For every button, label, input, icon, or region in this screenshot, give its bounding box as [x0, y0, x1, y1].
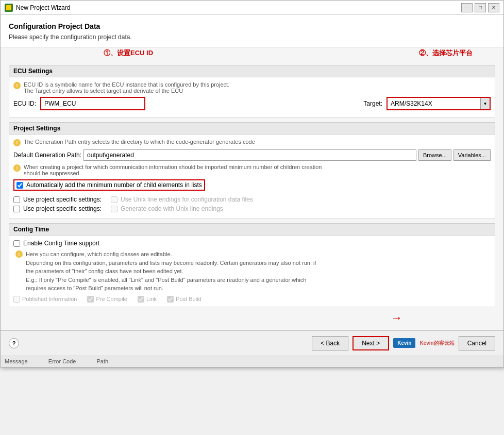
enable-config-checkbox[interactable] — [13, 240, 20, 247]
published-checkbox[interactable] — [13, 296, 20, 303]
use-unix-sub-label-2: Generate code with Unix line endings — [121, 205, 223, 212]
annotation-1: ①、设置ECU ID — [104, 48, 153, 58]
dialog-subheading: Please specify the configuration project… — [9, 34, 495, 41]
use-unix-sub-label-1: Use Unix line endings for configuration … — [121, 196, 253, 203]
project-settings-header: Project Settings — [9, 123, 495, 135]
window-controls: — □ ✕ — [461, 3, 499, 12]
enable-config-label: Enable Config Time support — [23, 240, 99, 247]
gen-path-input[interactable] — [83, 149, 416, 161]
link-checkbox-item: Link — [138, 296, 157, 303]
target-label: Target: — [363, 100, 382, 107]
browse-button[interactable]: Browse... — [418, 149, 451, 161]
auto-add-row: Automatically add the minimum number of … — [13, 179, 491, 193]
dialog-heading: Configuration Project Data — [9, 22, 495, 30]
enable-config-row: Enable Config Time support — [13, 240, 491, 247]
next-arrow-annotation: → — [9, 311, 495, 325]
message-label: Message — [5, 358, 28, 364]
title-bar: New Project Wizard — □ ✕ — [1, 1, 503, 15]
bottom-bar: Message Error Code Path — [1, 356, 503, 367]
use-unix-checkbox-2[interactable] — [13, 206, 20, 212]
config-time-info-icon: ! — [15, 250, 23, 258]
main-window: New Project Wizard — □ ✕ Configuration P… — [0, 0, 504, 367]
children-info-text: When creating a project for which commun… — [24, 164, 322, 176]
ecu-id-label: ECU ID: — [13, 100, 36, 107]
window-title: New Project Wizard — [16, 4, 461, 11]
link-label: Link — [146, 296, 157, 302]
ecu-info-row: ! ECU ID is a symbolic name for the ECU … — [13, 81, 491, 94]
pre-compile-checkbox-item: Pre Compile — [87, 296, 127, 303]
use-unix-checkbox-1[interactable] — [13, 196, 20, 203]
back-button[interactable]: < Back — [312, 336, 348, 350]
ecu-info-text: ECU ID is a symbolic name for the ECU in… — [24, 81, 229, 94]
annotation-2: ②、选择芯片平台 — [419, 48, 473, 58]
ecu-settings-body: ! ECU ID is a symbolic name for the ECU … — [9, 77, 495, 118]
help-button[interactable]: ? — [9, 338, 19, 348]
post-build-checkbox[interactable] — [167, 296, 174, 303]
children-info-row: ! When creating a project for which comm… — [13, 164, 491, 176]
gen-path-icon: ! — [13, 139, 21, 146]
config-time-info-text: Here you can configure, which config cla… — [26, 250, 316, 293]
use-unix-row-2: Use project specific settings: Generate … — [13, 205, 491, 212]
ecu-id-input[interactable] — [41, 98, 144, 109]
use-unix-sub-checkbox-1[interactable] — [111, 196, 117, 203]
error-code-label: Error Code — [48, 358, 76, 364]
ecu-id-wrapper — [40, 97, 145, 110]
cancel-button[interactable]: Cancel — [459, 336, 495, 350]
target-select-wrapper: ARM/S32K14X ▼ — [387, 97, 491, 110]
app-icon — [5, 4, 13, 12]
project-settings-body: ! The Generation Path entry selects the … — [9, 135, 495, 219]
gen-path-info-text: The Generation Path entry selects the di… — [24, 139, 255, 145]
watermark-area: Kevin Kevin的客云站 — [393, 338, 454, 348]
dialog-footer: ? < Back Next > Kevin Kevin的客云站 Cancel — [1, 330, 503, 356]
maximize-button[interactable]: □ — [475, 3, 486, 12]
watermark-text: Kevin的客云站 — [419, 340, 454, 347]
post-build-label: Post Build — [176, 296, 201, 302]
target-value: ARM/S32K14X — [388, 98, 480, 109]
next-button[interactable]: Next > — [352, 336, 389, 350]
use-unix-sub-checkbox-2[interactable] — [111, 206, 117, 212]
pre-compile-checkbox[interactable] — [87, 296, 94, 303]
use-unix-label-2: Use project specific settings: — [23, 205, 102, 212]
ecu-settings-section: ECU Settings ! ECU ID is a symbolic name… — [9, 65, 495, 118]
config-time-info: ! Here you can configure, which config c… — [15, 250, 491, 293]
post-build-checkbox-item: Post Build — [167, 296, 201, 303]
config-time-header: Config Time — [9, 224, 495, 236]
project-settings-section: Project Settings ! The Generation Path e… — [9, 122, 495, 219]
dialog-header: Configuration Project Data Please specif… — [1, 15, 503, 47]
auto-add-checkbox-row[interactable]: Automatically add the minimum number of … — [13, 179, 205, 191]
auto-add-checkbox[interactable] — [16, 182, 23, 189]
minimize-button[interactable]: — — [461, 3, 473, 12]
ecu-id-row: ECU ID: Target: ARM/S32K14X ▼ — [13, 97, 491, 110]
link-checkbox[interactable] — [138, 296, 144, 303]
published-label: Published Information — [22, 296, 77, 302]
variables-button[interactable]: Variables... — [453, 149, 491, 161]
use-unix-label-1: Use project specific settings: — [23, 196, 102, 203]
close-button[interactable]: ✕ — [488, 3, 499, 12]
published-checkbox-item: Published Information — [13, 296, 77, 303]
dialog-body: ①、设置ECU ID ②、选择芯片平台 ECU Settings ! ECU I… — [1, 47, 503, 330]
default-gen-path-row: Default Generation Path: Browse... Varia… — [13, 149, 491, 161]
config-checkboxes-row: Published Information Pre Compile Link P… — [13, 296, 491, 303]
pre-compile-label: Pre Compile — [96, 296, 127, 302]
ecu-settings-header: ECU Settings — [9, 65, 495, 77]
ecu-info-icon: ! — [13, 82, 21, 89]
target-dropdown-arrow[interactable]: ▼ — [480, 98, 490, 109]
gen-path-info-row: ! The Generation Path entry selects the … — [13, 139, 491, 146]
config-time-body: Enable Config Time support ! Here you ca… — [9, 236, 495, 307]
watermark-logo: Kevin — [393, 338, 415, 348]
use-unix-row-1: Use project specific settings: Use Unix … — [13, 196, 491, 203]
default-gen-path-label: Default Generation Path: — [13, 152, 81, 159]
auto-add-label: Automatically add the minimum number of … — [26, 181, 202, 189]
children-info-icon: ! — [13, 164, 21, 172]
path-label: Path — [96, 358, 108, 364]
config-time-section: Config Time Enable Config Time support !… — [9, 223, 495, 307]
